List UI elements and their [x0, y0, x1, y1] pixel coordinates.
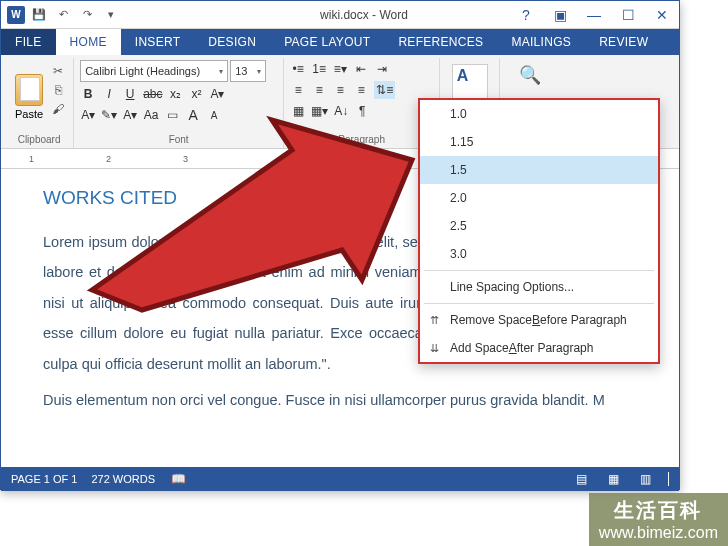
tab-design[interactable]: DESIGN	[194, 29, 270, 55]
spacing-2-5[interactable]: 2.5	[420, 212, 658, 240]
copy-icon[interactable]: ⎘	[49, 82, 67, 98]
paste-button[interactable]: Paste	[11, 60, 47, 134]
remove-space-before[interactable]: ⇈Remove Space Before Paragraph	[420, 306, 658, 334]
styles-icon[interactable]	[452, 64, 488, 100]
strikethrough-button[interactable]: abc	[143, 85, 162, 103]
group-paragraph: •≡ 1≡ ≡▾ ⇤ ⇥ ≡ ≡ ≡ ≡ ⇅≡ ▦ ▦▾ A↓ ¶	[284, 58, 440, 148]
borders-button[interactable]: ▦▾	[311, 102, 328, 120]
save-icon[interactable]: 💾	[31, 7, 47, 23]
align-left-button[interactable]: ≡	[290, 81, 306, 99]
window-title: wiki.docx - Word	[320, 8, 408, 22]
tab-file[interactable]: FILE	[1, 29, 56, 55]
font-color-button[interactable]: A▾	[122, 106, 138, 124]
grow-font-button[interactable]: A	[185, 106, 201, 124]
status-bar: PAGE 1 OF 1 272 WORDS 📖 ▤ ▦ ▥	[1, 467, 679, 491]
print-layout-icon[interactable]: ▦	[604, 471, 622, 487]
numbering-button[interactable]: 1≡	[311, 60, 327, 78]
line-spacing-options[interactable]: Line Spacing Options...	[420, 273, 658, 301]
ribbon-tabs: FILE HOME INSERT DESIGN PAGE LAYOUT REFE…	[1, 29, 679, 55]
minimize-icon[interactable]: —	[577, 1, 611, 29]
show-marks-button[interactable]: ¶	[354, 102, 370, 120]
title-bar: W 💾 ↶ ↷ ▾ wiki.docx - Word ? ▣ — ☐ ✕	[1, 1, 679, 29]
line-spacing-button[interactable]: ⇅≡	[374, 81, 395, 99]
shading-button[interactable]: ▦	[290, 102, 306, 120]
shrink-font-button[interactable]: A	[206, 106, 222, 124]
multilevel-list-button[interactable]: ≡▾	[332, 60, 348, 78]
tab-home[interactable]: HOME	[56, 29, 121, 55]
font-size-combo[interactable]: 13▾	[230, 60, 266, 82]
font-dropdown[interactable]: A▾	[80, 106, 96, 124]
italic-button[interactable]: I	[101, 85, 117, 103]
line-spacing-menu: 1.0 1.15 1.5 2.0 2.5 3.0 Line Spacing Op…	[418, 98, 660, 364]
clear-formatting-button[interactable]: ▭	[164, 106, 180, 124]
group-clipboard: Paste ✂ ⎘ 🖌 Clipboard	[5, 58, 74, 148]
align-center-button[interactable]: ≡	[311, 81, 327, 99]
increase-indent-button[interactable]: ⇥	[374, 60, 390, 78]
decrease-indent-button[interactable]: ⇤	[353, 60, 369, 78]
change-case-button[interactable]: Aa	[143, 106, 159, 124]
web-layout-icon[interactable]: ▥	[636, 471, 654, 487]
justify-button[interactable]: ≡	[353, 81, 369, 99]
maximize-icon[interactable]: ☐	[611, 1, 645, 29]
tab-page-layout[interactable]: PAGE LAYOUT	[270, 29, 384, 55]
bold-button[interactable]: B	[80, 85, 96, 103]
qat-customize-icon[interactable]: ▾	[103, 7, 119, 23]
superscript-button[interactable]: x²	[189, 85, 205, 103]
word-count[interactable]: 272 WORDS	[91, 473, 155, 485]
font-name-combo[interactable]: Calibri Light (Headings)▾	[80, 60, 228, 82]
close-icon[interactable]: ✕	[645, 1, 679, 29]
group-font: Calibri Light (Headings)▾ 13▾ B I U abc …	[74, 58, 284, 148]
quick-access-toolbar: 💾 ↶ ↷ ▾	[31, 7, 119, 23]
tab-review[interactable]: REVIEW	[585, 29, 662, 55]
align-right-button[interactable]: ≡	[332, 81, 348, 99]
spacing-1-0[interactable]: 1.0	[420, 100, 658, 128]
page-count[interactable]: PAGE 1 OF 1	[11, 473, 77, 485]
read-mode-icon[interactable]: ▤	[572, 471, 590, 487]
spacing-1-15[interactable]: 1.15	[420, 128, 658, 156]
word-app-icon: W	[7, 6, 25, 24]
tab-mailings[interactable]: MAILINGS	[497, 29, 585, 55]
help-icon[interactable]: ?	[509, 1, 543, 29]
watermark: 生活百科 www.bimeiz.com	[589, 493, 728, 546]
sort-button[interactable]: A↓	[333, 102, 349, 120]
spacing-3-0[interactable]: 3.0	[420, 240, 658, 268]
tab-insert[interactable]: INSERT	[121, 29, 195, 55]
format-painter-icon[interactable]: 🖌	[49, 101, 67, 117]
spacing-2-0[interactable]: 2.0	[420, 184, 658, 212]
subscript-button[interactable]: x₂	[168, 85, 184, 103]
spellcheck-icon[interactable]: 📖	[169, 471, 187, 487]
redo-icon[interactable]: ↷	[79, 7, 95, 23]
underline-button[interactable]: U	[122, 85, 138, 103]
find-icon[interactable]: 🔍	[514, 64, 546, 96]
undo-icon[interactable]: ↶	[55, 7, 71, 23]
remove-space-icon: ⇈	[426, 314, 442, 327]
highlight-button[interactable]: ✎▾	[101, 106, 117, 124]
cut-icon[interactable]: ✂	[49, 63, 67, 79]
ribbon-display-icon[interactable]: ▣	[543, 1, 577, 29]
add-space-after[interactable]: ⇊Add Space After Paragraph	[420, 334, 658, 362]
tab-references[interactable]: REFERENCES	[384, 29, 497, 55]
bullets-button[interactable]: •≡	[290, 60, 306, 78]
add-space-icon: ⇊	[426, 342, 442, 355]
text-effects-button[interactable]: A▾	[210, 85, 226, 103]
paste-icon	[15, 74, 43, 106]
spacing-1-5[interactable]: 1.5	[420, 156, 658, 184]
